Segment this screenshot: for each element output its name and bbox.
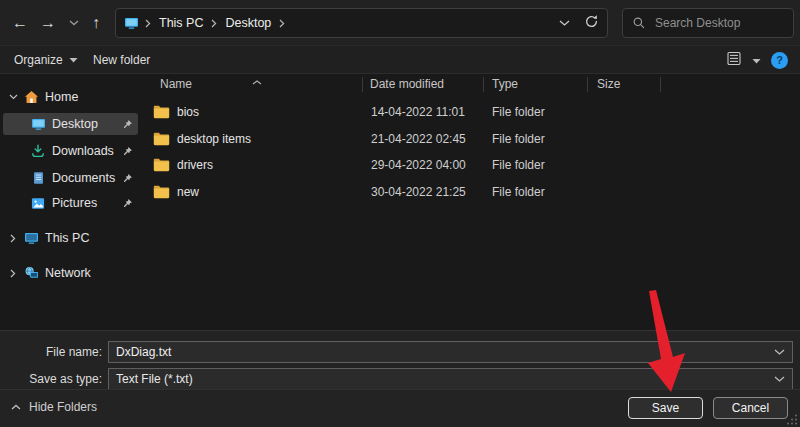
navigation-toolbar: ← → ↑ This PC Desktop xyxy=(0,0,800,46)
details-view-icon xyxy=(726,51,742,66)
folder-icon xyxy=(153,185,170,199)
sidebar-item-label: Network xyxy=(45,266,91,280)
file-list: Name Date modified Type Size bios 14-04-… xyxy=(148,74,800,330)
file-name: bios xyxy=(177,105,199,119)
cancel-button[interactable]: Cancel xyxy=(713,397,788,419)
sidebar-item-home[interactable]: Home xyxy=(3,86,138,108)
up-icon: ↑ xyxy=(92,14,100,32)
sidebar-item-downloads[interactable]: Downloads xyxy=(3,140,138,162)
sort-ascending-icon xyxy=(252,74,262,88)
file-rows: bios 14-04-2022 11:01 File folder deskto… xyxy=(148,99,800,205)
sidebar-item-network[interactable]: Network xyxy=(3,262,138,284)
save-as-dialog: ← → ↑ This PC Desktop xyxy=(0,0,800,427)
address-dropdown-button[interactable] xyxy=(559,16,570,30)
sidebar-item-pictures[interactable]: Pictures xyxy=(3,192,138,214)
help-button[interactable]: ? xyxy=(771,52,788,69)
sidebar-item-desktop[interactable]: Desktop xyxy=(3,113,138,135)
file-type: File folder xyxy=(483,132,587,146)
file-name: drivers xyxy=(177,158,213,172)
chevron-right-icon[interactable] xyxy=(3,269,23,278)
change-view-button[interactable] xyxy=(726,51,742,69)
content-area: Home Desktop Downloads xyxy=(0,74,800,330)
column-separator[interactable] xyxy=(660,77,661,92)
forward-button[interactable]: → xyxy=(36,12,60,34)
file-type: File folder xyxy=(483,105,587,119)
bottom-bar: Hide Folders Save Cancel xyxy=(0,389,800,427)
column-separator[interactable] xyxy=(483,77,484,92)
breadcrumb: This PC Desktop xyxy=(124,16,285,30)
breadcrumb-this-pc[interactable]: This PC xyxy=(157,16,205,30)
table-row[interactable]: bios 14-04-2022 11:01 File folder xyxy=(148,99,800,126)
forward-icon: → xyxy=(40,14,56,32)
column-header-size[interactable]: Size xyxy=(597,74,620,95)
pin-icon xyxy=(122,119,133,130)
file-name-label: File name: xyxy=(0,341,102,363)
chevron-right-icon[interactable] xyxy=(3,234,23,243)
chevron-up-icon xyxy=(11,404,21,410)
save-as-type-value: Text File (*.txt) xyxy=(116,372,774,386)
documents-icon xyxy=(30,171,46,185)
network-icon xyxy=(23,266,39,280)
sidebar-item-label: Documents xyxy=(52,171,115,185)
sidebar-item-this-pc[interactable]: This PC xyxy=(3,227,138,249)
chevron-right-icon[interactable] xyxy=(279,19,285,28)
column-separator[interactable] xyxy=(362,77,363,92)
hide-folders-button[interactable]: Hide Folders xyxy=(11,400,97,414)
this-pc-icon xyxy=(23,232,39,245)
chevron-down-icon[interactable] xyxy=(774,376,785,383)
file-name-combobox[interactable] xyxy=(108,341,793,363)
navigation-pane: Home Desktop Downloads xyxy=(0,74,148,330)
view-dropdown-button[interactable] xyxy=(752,53,761,67)
chevron-down-icon[interactable] xyxy=(3,94,23,100)
sidebar-item-label: Pictures xyxy=(52,196,97,210)
up-button[interactable]: ↑ xyxy=(84,12,108,34)
organize-menu-button[interactable]: Organize xyxy=(14,50,78,70)
column-header-name[interactable]: Name xyxy=(160,74,192,95)
chevron-down-icon[interactable] xyxy=(774,349,785,356)
search-icon xyxy=(632,16,646,30)
command-bar: Organize New folder ? xyxy=(0,46,800,74)
chevron-right-icon[interactable] xyxy=(211,19,217,28)
file-date-modified: 21-04-2022 02:45 xyxy=(362,132,483,146)
back-icon: ← xyxy=(12,14,28,32)
pictures-icon xyxy=(30,197,46,210)
table-row[interactable]: drivers 29-04-2022 04:00 File folder xyxy=(148,152,800,179)
chevron-right-icon xyxy=(145,19,151,28)
back-button[interactable]: ← xyxy=(8,12,32,34)
desktop-icon xyxy=(30,118,46,131)
save-as-type-select[interactable]: Text File (*.txt) xyxy=(108,368,793,390)
column-headers: Name Date modified Type Size xyxy=(148,74,800,95)
column-header-date-modified[interactable]: Date modified xyxy=(370,74,444,95)
new-folder-button[interactable]: New folder xyxy=(93,50,150,70)
column-separator[interactable] xyxy=(587,77,588,92)
downloads-icon xyxy=(30,144,46,158)
sidebar-item-label: Downloads xyxy=(52,144,114,158)
pin-icon xyxy=(122,173,133,184)
hide-folders-label: Hide Folders xyxy=(29,400,97,414)
file-name: desktop items xyxy=(177,132,251,146)
recent-locations-button[interactable] xyxy=(62,12,86,34)
sidebar-item-label: This PC xyxy=(45,231,89,245)
search-input[interactable] xyxy=(655,16,784,30)
breadcrumb-desktop[interactable]: Desktop xyxy=(223,16,273,30)
folder-icon xyxy=(153,132,170,146)
file-date-modified: 14-04-2022 11:01 xyxy=(362,105,483,119)
sidebar-item-label: Desktop xyxy=(52,117,98,131)
file-name-input[interactable] xyxy=(116,345,774,359)
file-date-modified: 30-04-2022 21:25 xyxy=(362,185,483,199)
save-button[interactable]: Save xyxy=(628,397,703,419)
resize-grip[interactable] xyxy=(786,413,798,425)
address-bar[interactable]: This PC Desktop xyxy=(115,8,608,38)
chevron-down-icon xyxy=(69,57,78,63)
save-as-type-label: Save as type: xyxy=(0,368,102,390)
search-box[interactable] xyxy=(622,8,794,38)
table-row[interactable]: desktop items 21-04-2022 02:45 File fold… xyxy=(148,126,800,153)
home-icon xyxy=(23,90,39,104)
column-header-type[interactable]: Type xyxy=(492,74,518,95)
sidebar-item-documents[interactable]: Documents xyxy=(3,167,138,189)
folder-icon xyxy=(153,158,170,172)
table-row[interactable]: new 30-04-2022 21:25 File folder xyxy=(148,179,800,206)
file-type: File folder xyxy=(483,158,587,172)
refresh-button[interactable] xyxy=(584,14,599,32)
pin-icon xyxy=(122,198,133,209)
